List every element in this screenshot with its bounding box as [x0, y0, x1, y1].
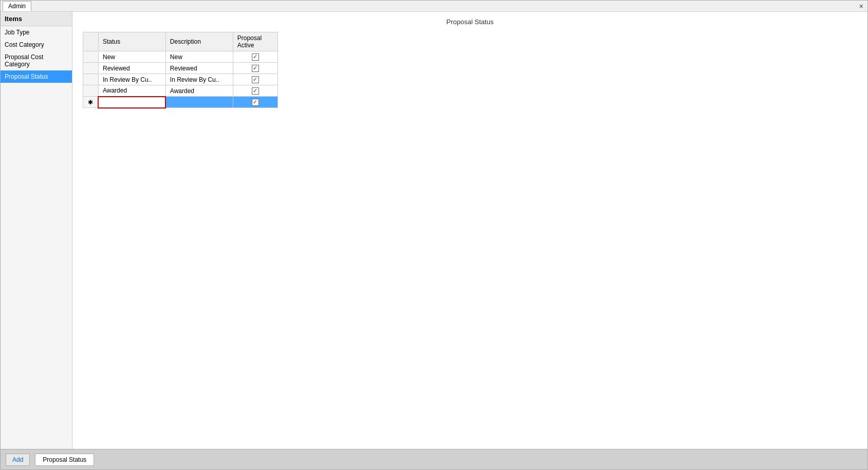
proposal-active-checkbox[interactable]: [252, 76, 259, 83]
checkbox-cell[interactable]: [233, 51, 278, 63]
sidebar-item-proposal-status[interactable]: Proposal Status: [1, 70, 72, 83]
col-proposal-active: Proposal Active: [233, 32, 278, 51]
table-row[interactable]: In Review By Cu.. In Review By Cu..: [83, 74, 278, 85]
content-area: Proposal Status Status Description Propo…: [72, 12, 867, 449]
bottom-tab[interactable]: Proposal Status: [35, 454, 94, 466]
description-cell[interactable]: In Review By Cu..: [165, 74, 233, 85]
title-bar: Admin ×: [1, 1, 867, 12]
new-description-cell[interactable]: [165, 97, 233, 108]
new-row-indicator: ✱: [83, 97, 99, 108]
proposal-active-checkbox[interactable]: [252, 87, 259, 95]
row-indicator: [83, 85, 99, 97]
close-button[interactable]: ×: [857, 2, 865, 10]
description-cell[interactable]: Reviewed: [165, 63, 233, 74]
bottom-bar: Add Proposal Status: [1, 449, 867, 469]
checkbox-cell[interactable]: [233, 74, 278, 85]
sidebar-item-cost-category[interactable]: Cost Category: [1, 39, 72, 51]
table-row[interactable]: Awarded Awarded: [83, 85, 278, 97]
col-description: Description: [165, 32, 233, 51]
new-status-input[interactable]: [103, 99, 161, 106]
sidebar-item-proposal-cost-category[interactable]: Proposal Cost Category: [1, 51, 72, 70]
sidebar-title: Items: [1, 12, 72, 26]
table-row[interactable]: Reviewed Reviewed: [83, 63, 278, 74]
status-cell[interactable]: Reviewed: [98, 63, 165, 74]
page-title: Proposal Status: [72, 12, 867, 32]
description-cell[interactable]: Awarded: [165, 85, 233, 97]
checkbox-cell[interactable]: [233, 85, 278, 97]
description-cell[interactable]: New: [165, 51, 233, 63]
new-status-cell[interactable]: [98, 97, 165, 108]
row-indicator: [83, 51, 99, 63]
col-status: Status: [98, 32, 165, 51]
sidebar-item-job-type[interactable]: Job Type: [1, 26, 72, 39]
main-area: Items Job Type Cost Category Proposal Co…: [1, 12, 867, 449]
grid-container: Status Description Proposal Active New N…: [72, 32, 867, 449]
col-indicator: [83, 32, 99, 51]
status-cell[interactable]: Awarded: [98, 85, 165, 97]
sidebar: Items Job Type Cost Category Proposal Co…: [1, 12, 72, 449]
proposal-active-checkbox[interactable]: [252, 53, 259, 61]
row-indicator: [83, 74, 99, 85]
new-row[interactable]: ✱: [83, 97, 278, 108]
new-checkbox-cell[interactable]: [233, 97, 278, 108]
app-window: Admin × Items Job Type Cost Category Pro…: [0, 0, 868, 470]
new-proposal-active-checkbox[interactable]: [252, 99, 259, 106]
status-cell[interactable]: In Review By Cu..: [98, 74, 165, 85]
status-cell[interactable]: New: [98, 51, 165, 63]
checkbox-cell[interactable]: [233, 63, 278, 74]
data-grid: Status Description Proposal Active New N…: [83, 32, 278, 109]
proposal-active-checkbox[interactable]: [252, 65, 259, 72]
add-button[interactable]: Add: [6, 454, 30, 466]
row-indicator: [83, 63, 99, 74]
table-row[interactable]: New New: [83, 51, 278, 63]
admin-tab[interactable]: Admin: [3, 1, 31, 11]
